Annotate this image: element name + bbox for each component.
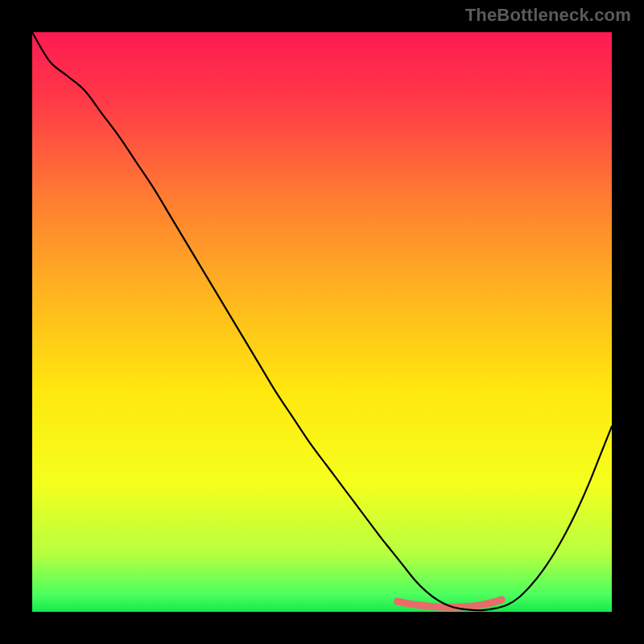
chart-svg — [32, 32, 612, 612]
gradient-background — [32, 32, 612, 612]
chart-frame: TheBottleneck.com — [0, 0, 644, 644]
watermark-text: TheBottleneck.com — [465, 5, 631, 26]
plot-area — [32, 32, 612, 612]
